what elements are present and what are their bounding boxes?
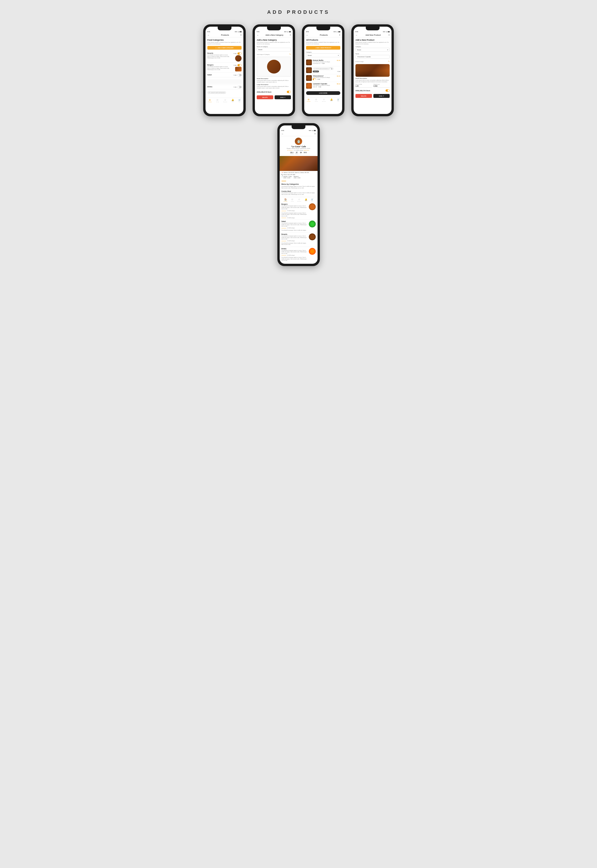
oos-toggle[interactable] [329,68,332,70]
deserts-toggle[interactable] [238,52,242,55]
drinks-toggle[interactable] [238,86,242,88]
phone2-wrapper: 9:41 ●●● ▲ ▮▮▮ ← Add a New Category ≡ Ad… [252,24,295,116]
nav3-notif-icon: 🔔 [330,98,333,101]
phone2-menu-btn[interactable]: ≡ [290,34,291,36]
bottom-nav-products[interactable]: ⊞ Products [208,99,212,103]
ds2: ★ [283,240,284,242]
phone2-small-desc-label: Small Description [257,78,291,79]
burgers-edit-btn[interactable]: ✎ Edit [233,64,236,66]
menu-section: Menu by Categories Cras blandit consequa… [280,182,318,264]
phone5-menu-btn[interactable]: ≡ [315,133,316,135]
products-nav-label: Products [208,101,212,103]
phone2-back-btn[interactable]: ← [257,34,259,36]
phone5-back-btn[interactable]: ← [282,133,284,135]
nav3-cart-icon: 🛒 [337,98,340,101]
chocomoco2-toggle[interactable] [313,78,316,80]
phone5-screen: 9:41 ●●● ▲ ▮▮▮ ← ≡ 🍵 "Le Casa" Cafe [280,125,318,264]
phone1-status-icons: ●●● ▲ ▮▮▮ [235,31,242,33]
phone5-notif-label: Notif [305,201,307,202]
stat-extra-num: 13:1 [304,152,307,153]
phone4-delete-btn[interactable]: DELETE [355,94,372,98]
restaurant-stats-row: 33.1 Delivery 37 Orders 34 min 13:1 [282,152,316,154]
bottom-nav-groups[interactable]: ⊟ Groups [216,99,219,103]
phone2-image-area[interactable] [257,57,291,76]
phone4-back-btn[interactable]: ← [355,34,358,36]
signal3-icon: ●●● [333,31,336,33]
ds3: ★ [284,240,285,242]
phone3-wrapper: 9:41 ●●● ▲ ▮▮▮ ← Products ≡ All Products… [302,24,345,116]
phone2-delete-btn[interactable]: DELETE [257,95,273,99]
phone2-heading: Add a New Category [257,39,291,41]
phone4-product-img[interactable] [355,64,390,77]
stars-row: ★ ★ ★ ★ ★ 4.4 (2950 ratings) read more..… [282,150,316,151]
phone3-content: All Products Driver license number is ne… [304,37,342,96]
phone3-nav-products[interactable]: ⊞ Products [307,98,310,102]
bottom-nav-cart[interactable]: 🛒 Cart [238,99,241,103]
phone3-menu-btn[interactable]: ≡ [339,34,340,36]
phone2-status-icons: ●●● ▲ ▮▮▮ [284,31,291,33]
nav3-notif-label: Notif [330,101,332,102]
ss3: ★ [284,228,285,229]
star5: ★ [293,150,294,151]
phone2-nav-title: Add a New Category [266,34,283,36]
bottom-nav-notifications[interactable]: 🔔 Notif [232,99,234,103]
phone3-load-more-btn[interactable]: LOAD MORE [306,91,340,95]
drk4: ★ [285,255,286,256]
phone4-toggle[interactable] [386,89,390,92]
phone4-weight-value[interactable]: 0.500 [374,85,390,88]
drinks-edit-btn[interactable]: ✎ Edit [233,86,236,88]
ds5: ★ [286,240,287,242]
bi3: ★ [284,217,285,219]
oos-badge: ⊘ OUT OF STOCK [207,91,226,94]
bs4: ★ [285,210,286,211]
phone4-wrapper: 9:41 ●●● ▲ ▮▮▮ ← Add New Product ≡ Add a… [351,24,394,116]
phone2-name-input[interactable]: Desert [257,48,291,51]
phone1-add-category-btn[interactable]: + + ADD A NEW CATEGORY [207,46,242,50]
chocomoco-oos-edit[interactable]: ✎ Edit [337,71,340,72]
phone2-upload-icon[interactable]: ✎ [289,53,291,55]
phone3-nav-notif[interactable]: 🔔 Notif [330,98,333,102]
phone5-nav-accounts[interactable]: ⊙ Accounts [297,198,301,202]
salad-thumb-large [309,220,316,228]
phone1-notch [218,27,232,30]
phone2-toggle[interactable] [287,91,291,93]
oos-text2: OUT OF STOCK [316,68,328,69]
phone1-back-btn[interactable]: ← [207,34,209,36]
star3: ★ [290,150,291,151]
hours-grid: Monday - Friday 09:00 - 22:00 Weekend 14… [284,176,301,179]
category-item-deserts: Deserts Cras blandit consequat sapien ut… [207,51,242,63]
phone4-name-input[interactable]: 'Chocomoco' Cupcake [355,55,390,59]
phone4-price-value[interactable]: 1.65 [355,85,372,88]
laravela-edit[interactable]: ✎ Edit [318,86,321,88]
phone4-price-label: Price in USD [355,83,372,85]
phone1-menu-btn[interactable]: ≡ [241,34,242,36]
muffin-desc: Cras blandit consequat (3 ratings) [313,61,340,63]
phone3-nav-groups[interactable]: ⊟ Groups [315,98,318,102]
phone5-nav-home[interactable]: 🏠 Products [284,198,287,202]
burgers-toggle[interactable] [238,64,242,66]
chocomoco2-edit[interactable]: ✎ Edit [317,79,320,80]
phone3-add-product-btn[interactable]: + ADD A NEW PRODUCT [306,46,340,50]
phone5-nav-notif[interactable]: 🔔 Notif [305,198,307,202]
read-more-link[interactable]: read more... [304,150,310,151]
menu-drinks-section: Drinks Cras blandit consequat sapien ut … [282,247,316,263]
phone3-category-dropdown[interactable]: Desert ▾ [306,53,340,57]
phone4-menu-btn[interactable]: ≡ [389,34,390,36]
phone4-upload-icon[interactable]: ✎ [388,60,390,63]
salad-toggle[interactable] [238,74,242,76]
phone3-nav-cart[interactable]: 🛒 Cart [337,98,340,102]
battery3-icon: ▮▮▮ [338,31,340,33]
phone3-back-btn[interactable]: ← [306,34,308,36]
muffin-edit-btn[interactable]: ✎ Edit [321,63,325,64]
phone5-nav-cart[interactable]: 🛒 Cart [311,198,313,202]
stat-min: 34 min [300,152,302,154]
deserts-edit-btn[interactable]: ✎ Edit [233,53,236,54]
phone5-nav-groups[interactable]: ⊟ Groups [291,198,294,202]
phone4-small-desc-label: Small Description [355,77,390,79]
phone4-save-btn[interactable]: SAVE ✦ [373,94,390,98]
bottom-nav-accounts[interactable]: ⊙ Accounts [223,99,227,103]
salad-edit-btn[interactable]: ✎ Edit [233,74,236,76]
phone3-nav-accounts[interactable]: ⊙ Accounts [322,98,326,102]
phone2-save-btn[interactable]: SAVE ✦ [275,95,291,99]
phone4-category-dropdown[interactable]: Desert ▾ [355,48,390,52]
